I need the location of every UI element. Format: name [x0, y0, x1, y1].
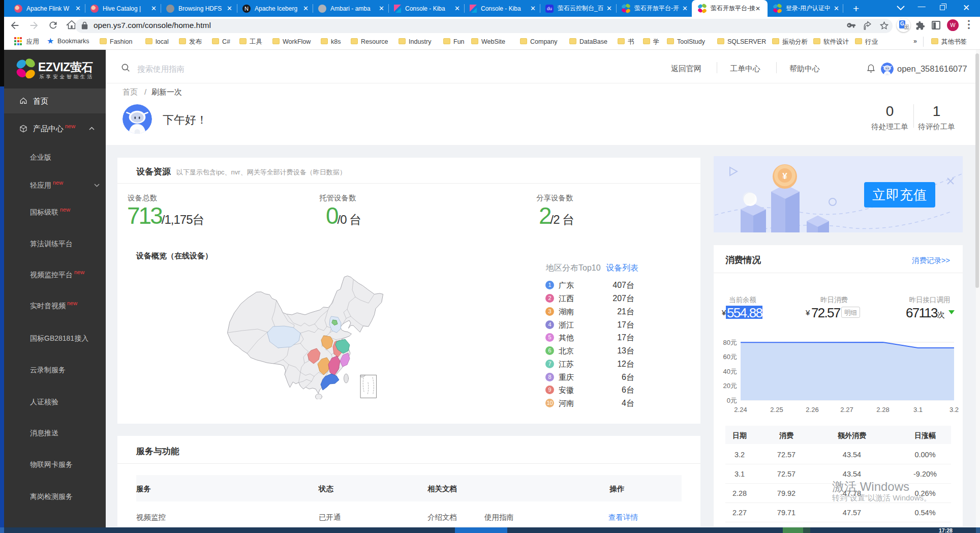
svg-text:3.1: 3.1 — [913, 406, 923, 413]
svg-text:2.27: 2.27 — [840, 406, 853, 413]
svg-text:0元: 0元 — [727, 397, 737, 404]
svg-text:2.25: 2.25 — [770, 406, 783, 413]
svg-text:2.24: 2.24 — [734, 406, 747, 413]
svg-text:2.26: 2.26 — [806, 406, 818, 413]
svg-text:¥: ¥ — [782, 171, 787, 181]
svg-text:80元: 80元 — [723, 339, 737, 346]
svg-text:40元: 40元 — [723, 368, 737, 375]
svg-text:20元: 20元 — [723, 382, 737, 390]
svg-text:2.28: 2.28 — [876, 406, 889, 413]
svg-text:60元: 60元 — [723, 353, 737, 361]
svg-text:3.2: 3.2 — [950, 406, 959, 413]
